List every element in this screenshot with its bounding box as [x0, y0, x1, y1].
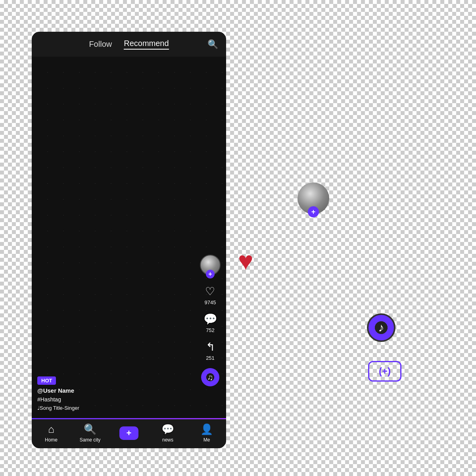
comment-icon: 💬 [203, 313, 217, 326]
share-icon: ↰ [206, 340, 215, 353]
home-label: Home [45, 437, 58, 443]
video-area: + ♡ 9745 💬 752 ↰ 251 ♫ HO [32, 57, 226, 418]
float-plus-bracket: (+) [368, 361, 401, 382]
float-music-disc: ♪ [367, 313, 395, 342]
bottom-bar: ⌂ Home 🔍 Same city + 💬 news 👤 Me [32, 419, 226, 448]
tab-home[interactable]: ⌂ Home [39, 423, 63, 443]
float-avatar-plus: + [308, 206, 319, 217]
tab-create[interactable]: + [117, 426, 141, 440]
me-icon: 👤 [200, 423, 213, 436]
music-disc[interactable]: ♫ [201, 368, 219, 386]
same-city-label: Same city [80, 437, 101, 443]
home-icon: ⌂ [48, 423, 54, 436]
float-avatar-container: + [298, 182, 329, 214]
follow-plus-button[interactable]: + [206, 270, 215, 278]
comment-count: 752 [206, 327, 215, 333]
top-nav: Follow Recommend 🔍 [32, 32, 226, 57]
bottom-overlay: HOT @User Name #Hashtag ♩Song Title-Sing… [37, 376, 79, 411]
tab-follow[interactable]: Follow [89, 40, 112, 49]
me-label: Me [203, 437, 210, 443]
nav-tabs: Follow Recommend [89, 39, 169, 50]
float-heart-icon: ♥ [238, 246, 253, 276]
heart-icon: ♡ [205, 285, 215, 298]
avatar-container[interactable]: + [200, 255, 221, 275]
like-count: 9745 [205, 299, 216, 305]
music-note-icon: ♫ [207, 373, 213, 382]
right-sidebar: + ♡ 9745 💬 752 ↰ 251 ♫ [200, 255, 221, 386]
phone-container: Follow Recommend 🔍 + ♡ 9745 💬 752 [32, 32, 226, 448]
username: @User Name [37, 387, 79, 394]
comment-action[interactable]: 💬 752 [203, 313, 217, 333]
plus-icon: + [127, 428, 132, 438]
news-label: news [162, 437, 173, 443]
tab-me[interactable]: 👤 Me [195, 423, 219, 443]
hashtag: #Hashtag [37, 396, 79, 403]
like-action[interactable]: ♡ 9745 [205, 285, 216, 305]
song-info: ♩Song Title-Singer [37, 405, 79, 411]
share-action[interactable]: ↰ 251 [206, 340, 215, 361]
search-icon[interactable]: 🔍 [207, 39, 218, 50]
hot-badge: HOT [37, 376, 56, 385]
tab-same-city[interactable]: 🔍 Same city [78, 423, 102, 443]
create-plus-button[interactable]: + [119, 426, 138, 440]
news-icon: 💬 [161, 423, 174, 436]
tab-recommend[interactable]: Recommend [124, 39, 169, 50]
share-count: 251 [206, 355, 215, 361]
same-city-icon: 🔍 [84, 423, 96, 436]
tab-news[interactable]: 💬 news [156, 423, 180, 443]
